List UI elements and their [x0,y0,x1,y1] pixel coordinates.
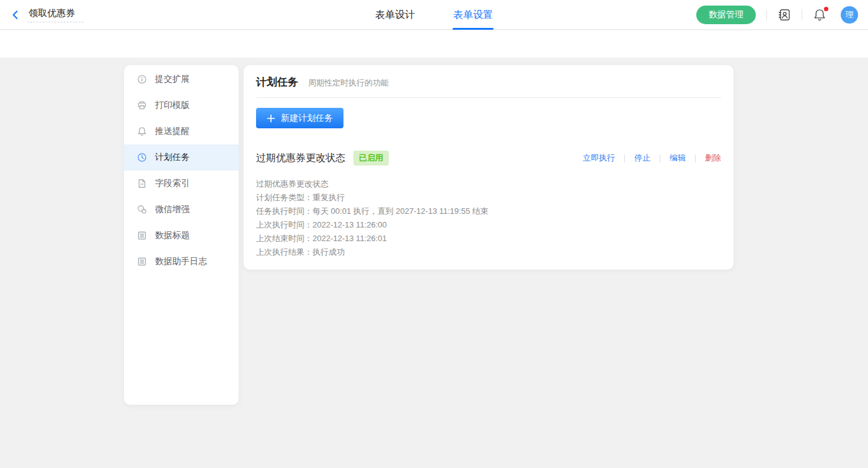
sidebar-item-label: 数据标题 [155,230,190,241]
sidebar-item-print-template[interactable]: 打印模版 [124,92,239,118]
sidebar-item-label: 计划任务 [155,152,190,163]
back-icon[interactable] [10,9,21,20]
content-area: 提交扩展 打印模版 推送提醒 [0,58,868,468]
topbar: 领取优惠券 表单设计 表单设置 数据管理 [0,0,868,30]
form-title[interactable]: 领取优惠券 [27,7,84,22]
sidebar-item-label: 推送提醒 [155,126,190,137]
task-row: 过期优惠券更改状态 已启用 立即执行 停止 编辑 删除 [256,151,721,166]
sidebar-item-data-assistant-log[interactable]: 数据助手日志 [124,249,239,275]
sidebar-item-push-reminder[interactable]: 推送提醒 [124,118,239,144]
sidebar-item-field-index[interactable]: 字段索引 [124,170,239,196]
bell-icon [137,126,147,136]
run-now-link[interactable]: 立即执行 [583,152,615,164]
sidebar-item-wechat-enhance[interactable]: 微信增强 [124,196,239,223]
delete-link[interactable]: 删除 [705,152,721,164]
notification-dot [824,7,828,11]
divider [624,154,625,162]
task-details: 过期优惠券更改状态 计划任务类型：重复执行 任务执行时间：每天 00:01 执行… [256,177,721,259]
tabs: 表单设计 表单设置 [375,0,493,30]
sidebar-item-label: 数据助手日志 [155,256,207,267]
settings-sidebar: 提交扩展 打印模版 推送提醒 [124,65,239,405]
task-actions: 立即执行 停止 编辑 删除 [583,152,721,164]
avatar[interactable]: 理 [841,6,858,24]
panel-header: 计划任务 周期性定时执行的功能 [256,75,721,89]
sidebar-item-label: 字段索引 [155,178,190,189]
task-name: 过期优惠券更改状态 [256,152,345,165]
main-panel: 计划任务 周期性定时执行的功能 新建计划任务 过期优惠券更改状态 已启用 立即执 [244,65,733,270]
task-item: 过期优惠券更改状态 已启用 立即执行 停止 编辑 删除 过期优惠券更改状态 [256,151,721,259]
task-detail-last-end: 上次结束时间：2022-12-13 11:26:01 [256,232,721,245]
task-detail-type: 计划任务类型：重复执行 [256,191,721,205]
sidebar-item-label: 微信增强 [155,204,190,215]
toolbar-band [0,30,868,58]
task-detail-last-run: 上次执行时间：2022-12-13 11:26:00 [256,218,721,232]
new-task-button-label: 新建计划任务 [281,113,333,124]
task-detail-schedule: 任务执行时间：每天 00:01 执行，直到 2027-12-13 11:19:5… [256,205,721,218]
contacts-icon[interactable] [777,8,791,22]
topbar-right: 数据管理 理 [696,0,858,30]
data-manage-button[interactable]: 数据管理 [696,6,756,24]
divider [256,97,721,98]
page-subtitle: 周期性定时执行的功能 [308,77,389,89]
list-icon [137,231,147,241]
divider [660,154,660,162]
wechat-icon [137,205,147,214]
list-icon [137,257,147,267]
tab-form-settings[interactable]: 表单设置 [453,0,493,30]
sidebar-item-label: 打印模版 [155,100,190,111]
stop-link[interactable]: 停止 [634,152,650,164]
task-detail-last-result: 上次执行结果：执行成功 [256,245,721,259]
printer-icon [137,100,147,110]
task-title-group: 过期优惠券更改状态 已启用 [256,151,389,166]
sidebar-item-scheduled-tasks[interactable]: 计划任务 [124,144,239,170]
clock-icon [137,152,147,162]
file-icon [137,179,147,188]
sidebar-item-label: 提交扩展 [155,74,190,85]
task-detail-description: 过期优惠券更改状态 [256,177,721,191]
plus-icon [267,114,275,123]
divider [695,154,696,162]
notifications-bell-icon[interactable] [813,8,826,22]
divider [766,9,767,20]
page-title: 计划任务 [256,75,298,89]
new-task-button[interactable]: 新建计划任务 [256,108,343,128]
status-badge: 已启用 [353,151,389,166]
tab-form-design[interactable]: 表单设计 [375,0,415,30]
info-icon [137,74,147,84]
sidebar-item-submit-extension[interactable]: 提交扩展 [124,66,239,92]
edit-link[interactable]: 编辑 [670,152,686,164]
topbar-left: 领取优惠券 [10,0,84,30]
divider [802,9,802,20]
page: 领取优惠券 表单设计 表单设置 数据管理 [0,0,868,468]
sidebar-item-data-title[interactable]: 数据标题 [124,223,239,249]
